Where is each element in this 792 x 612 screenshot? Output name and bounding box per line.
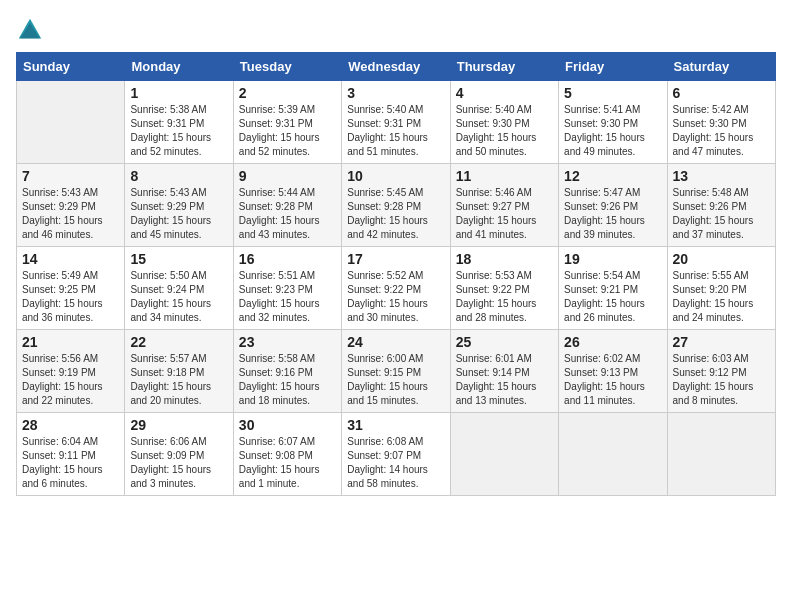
day-info: Sunrise: 5:42 AM Sunset: 9:30 PM Dayligh… — [673, 103, 770, 159]
day-number: 13 — [673, 168, 770, 184]
day-info: Sunrise: 5:55 AM Sunset: 9:20 PM Dayligh… — [673, 269, 770, 325]
day-info: Sunrise: 5:48 AM Sunset: 9:26 PM Dayligh… — [673, 186, 770, 242]
day-number: 14 — [22, 251, 119, 267]
calendar-cell: 4Sunrise: 5:40 AM Sunset: 9:30 PM Daylig… — [450, 81, 558, 164]
day-number: 25 — [456, 334, 553, 350]
calendar-week-row: 21Sunrise: 5:56 AM Sunset: 9:19 PM Dayli… — [17, 330, 776, 413]
day-info: Sunrise: 5:41 AM Sunset: 9:30 PM Dayligh… — [564, 103, 661, 159]
day-info: Sunrise: 6:08 AM Sunset: 9:07 PM Dayligh… — [347, 435, 444, 491]
calendar-cell: 24Sunrise: 6:00 AM Sunset: 9:15 PM Dayli… — [342, 330, 450, 413]
day-info: Sunrise: 6:01 AM Sunset: 9:14 PM Dayligh… — [456, 352, 553, 408]
calendar-cell: 30Sunrise: 6:07 AM Sunset: 9:08 PM Dayli… — [233, 413, 341, 496]
calendar-week-row: 28Sunrise: 6:04 AM Sunset: 9:11 PM Dayli… — [17, 413, 776, 496]
calendar-cell: 16Sunrise: 5:51 AM Sunset: 9:23 PM Dayli… — [233, 247, 341, 330]
calendar-body: 1Sunrise: 5:38 AM Sunset: 9:31 PM Daylig… — [17, 81, 776, 496]
day-info: Sunrise: 6:00 AM Sunset: 9:15 PM Dayligh… — [347, 352, 444, 408]
day-number: 30 — [239, 417, 336, 433]
calendar-week-row: 1Sunrise: 5:38 AM Sunset: 9:31 PM Daylig… — [17, 81, 776, 164]
calendar-cell: 1Sunrise: 5:38 AM Sunset: 9:31 PM Daylig… — [125, 81, 233, 164]
header-row: SundayMondayTuesdayWednesdayThursdayFrid… — [17, 53, 776, 81]
calendar-cell: 22Sunrise: 5:57 AM Sunset: 9:18 PM Dayli… — [125, 330, 233, 413]
day-info: Sunrise: 6:03 AM Sunset: 9:12 PM Dayligh… — [673, 352, 770, 408]
calendar-cell: 15Sunrise: 5:50 AM Sunset: 9:24 PM Dayli… — [125, 247, 233, 330]
day-info: Sunrise: 5:50 AM Sunset: 9:24 PM Dayligh… — [130, 269, 227, 325]
day-info: Sunrise: 5:53 AM Sunset: 9:22 PM Dayligh… — [456, 269, 553, 325]
day-number: 7 — [22, 168, 119, 184]
day-number: 21 — [22, 334, 119, 350]
day-info: Sunrise: 5:47 AM Sunset: 9:26 PM Dayligh… — [564, 186, 661, 242]
day-info: Sunrise: 5:46 AM Sunset: 9:27 PM Dayligh… — [456, 186, 553, 242]
calendar-cell: 5Sunrise: 5:41 AM Sunset: 9:30 PM Daylig… — [559, 81, 667, 164]
calendar-cell: 17Sunrise: 5:52 AM Sunset: 9:22 PM Dayli… — [342, 247, 450, 330]
day-number: 15 — [130, 251, 227, 267]
day-info: Sunrise: 5:38 AM Sunset: 9:31 PM Dayligh… — [130, 103, 227, 159]
calendar-cell: 20Sunrise: 5:55 AM Sunset: 9:20 PM Dayli… — [667, 247, 775, 330]
day-number: 8 — [130, 168, 227, 184]
day-number: 12 — [564, 168, 661, 184]
calendar-cell: 29Sunrise: 6:06 AM Sunset: 9:09 PM Dayli… — [125, 413, 233, 496]
calendar-cell — [450, 413, 558, 496]
day-number: 17 — [347, 251, 444, 267]
calendar-cell: 13Sunrise: 5:48 AM Sunset: 9:26 PM Dayli… — [667, 164, 775, 247]
svg-marker-1 — [20, 23, 40, 38]
day-info: Sunrise: 5:39 AM Sunset: 9:31 PM Dayligh… — [239, 103, 336, 159]
day-number: 2 — [239, 85, 336, 101]
header-cell-tuesday: Tuesday — [233, 53, 341, 81]
day-number: 27 — [673, 334, 770, 350]
day-number: 26 — [564, 334, 661, 350]
day-number: 4 — [456, 85, 553, 101]
header-cell-wednesday: Wednesday — [342, 53, 450, 81]
day-info: Sunrise: 5:58 AM Sunset: 9:16 PM Dayligh… — [239, 352, 336, 408]
day-number: 10 — [347, 168, 444, 184]
calendar-cell: 11Sunrise: 5:46 AM Sunset: 9:27 PM Dayli… — [450, 164, 558, 247]
day-info: Sunrise: 6:06 AM Sunset: 9:09 PM Dayligh… — [130, 435, 227, 491]
day-number: 11 — [456, 168, 553, 184]
calendar-cell: 27Sunrise: 6:03 AM Sunset: 9:12 PM Dayli… — [667, 330, 775, 413]
day-number: 20 — [673, 251, 770, 267]
day-number: 28 — [22, 417, 119, 433]
calendar-cell: 12Sunrise: 5:47 AM Sunset: 9:26 PM Dayli… — [559, 164, 667, 247]
day-number: 6 — [673, 85, 770, 101]
logo — [16, 16, 48, 44]
day-info: Sunrise: 6:07 AM Sunset: 9:08 PM Dayligh… — [239, 435, 336, 491]
calendar-header: SundayMondayTuesdayWednesdayThursdayFrid… — [17, 53, 776, 81]
header-cell-thursday: Thursday — [450, 53, 558, 81]
calendar-cell: 6Sunrise: 5:42 AM Sunset: 9:30 PM Daylig… — [667, 81, 775, 164]
page-header — [16, 16, 776, 44]
day-info: Sunrise: 6:02 AM Sunset: 9:13 PM Dayligh… — [564, 352, 661, 408]
day-info: Sunrise: 5:44 AM Sunset: 9:28 PM Dayligh… — [239, 186, 336, 242]
header-cell-sunday: Sunday — [17, 53, 125, 81]
calendar-cell: 23Sunrise: 5:58 AM Sunset: 9:16 PM Dayli… — [233, 330, 341, 413]
calendar-cell: 26Sunrise: 6:02 AM Sunset: 9:13 PM Dayli… — [559, 330, 667, 413]
day-info: Sunrise: 5:40 AM Sunset: 9:30 PM Dayligh… — [456, 103, 553, 159]
day-info: Sunrise: 5:40 AM Sunset: 9:31 PM Dayligh… — [347, 103, 444, 159]
calendar-cell: 31Sunrise: 6:08 AM Sunset: 9:07 PM Dayli… — [342, 413, 450, 496]
day-info: Sunrise: 5:43 AM Sunset: 9:29 PM Dayligh… — [22, 186, 119, 242]
day-number: 18 — [456, 251, 553, 267]
day-number: 9 — [239, 168, 336, 184]
calendar-cell: 25Sunrise: 6:01 AM Sunset: 9:14 PM Dayli… — [450, 330, 558, 413]
header-cell-friday: Friday — [559, 53, 667, 81]
calendar-cell — [559, 413, 667, 496]
calendar-week-row: 7Sunrise: 5:43 AM Sunset: 9:29 PM Daylig… — [17, 164, 776, 247]
day-number: 23 — [239, 334, 336, 350]
day-info: Sunrise: 5:51 AM Sunset: 9:23 PM Dayligh… — [239, 269, 336, 325]
calendar-cell: 8Sunrise: 5:43 AM Sunset: 9:29 PM Daylig… — [125, 164, 233, 247]
calendar-cell: 19Sunrise: 5:54 AM Sunset: 9:21 PM Dayli… — [559, 247, 667, 330]
calendar-cell: 18Sunrise: 5:53 AM Sunset: 9:22 PM Dayli… — [450, 247, 558, 330]
calendar-cell — [17, 81, 125, 164]
day-number: 31 — [347, 417, 444, 433]
calendar-cell: 21Sunrise: 5:56 AM Sunset: 9:19 PM Dayli… — [17, 330, 125, 413]
day-info: Sunrise: 5:57 AM Sunset: 9:18 PM Dayligh… — [130, 352, 227, 408]
day-info: Sunrise: 5:54 AM Sunset: 9:21 PM Dayligh… — [564, 269, 661, 325]
day-info: Sunrise: 5:43 AM Sunset: 9:29 PM Dayligh… — [130, 186, 227, 242]
day-number: 22 — [130, 334, 227, 350]
calendar-cell — [667, 413, 775, 496]
day-number: 19 — [564, 251, 661, 267]
header-cell-monday: Monday — [125, 53, 233, 81]
day-number: 3 — [347, 85, 444, 101]
calendar-week-row: 14Sunrise: 5:49 AM Sunset: 9:25 PM Dayli… — [17, 247, 776, 330]
calendar-table: SundayMondayTuesdayWednesdayThursdayFrid… — [16, 52, 776, 496]
calendar-cell: 14Sunrise: 5:49 AM Sunset: 9:25 PM Dayli… — [17, 247, 125, 330]
day-info: Sunrise: 5:56 AM Sunset: 9:19 PM Dayligh… — [22, 352, 119, 408]
